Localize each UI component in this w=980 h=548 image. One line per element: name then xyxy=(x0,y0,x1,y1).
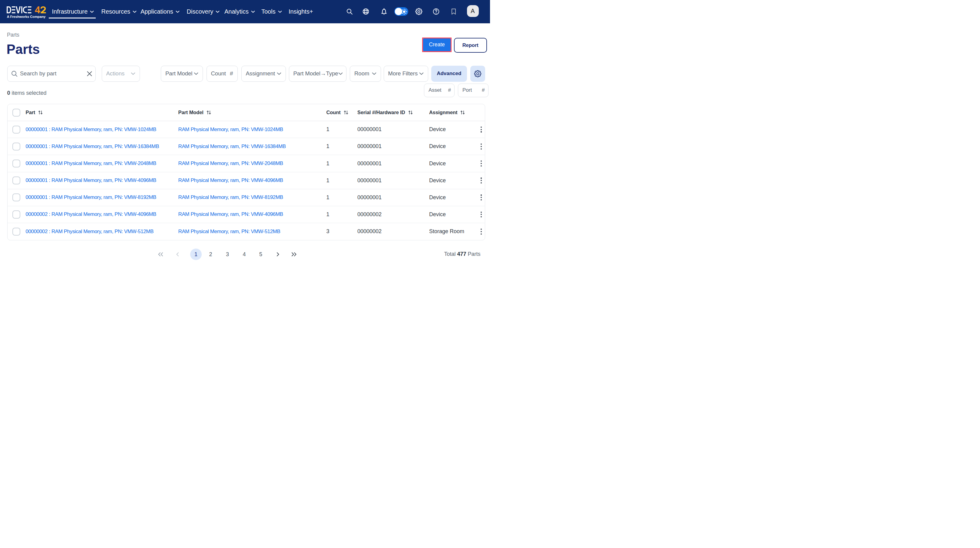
svg-text:A Freshworks Company: A Freshworks Company xyxy=(7,15,46,19)
